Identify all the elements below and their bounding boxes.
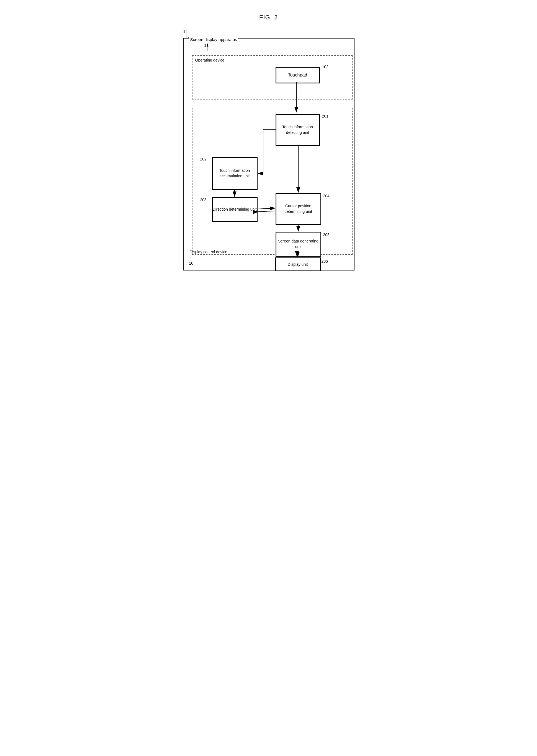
outer-box: Screen display apparatus 11 Operating de…: [183, 38, 354, 271]
ref-102: 102: [322, 65, 328, 69]
operating-device-box: Operating device Touchpad 102: [192, 55, 352, 100]
unit-203-box: Direction determining unit: [212, 197, 258, 222]
unit-205-label: Screen data generating unit: [276, 239, 320, 249]
ref-11: 11: [204, 43, 209, 47]
unit-201-box: Touch information detecting unit: [275, 114, 320, 146]
touchpad-box: Touchpad: [275, 67, 320, 83]
ref-204: 204: [323, 194, 330, 198]
unit-201-label: Touch information detecting unit: [276, 124, 319, 135]
unit-206-label: Display unit: [288, 262, 308, 267]
unit-204-label: Cursor position determining unit: [276, 203, 320, 214]
operating-device-label: Operating device: [195, 58, 225, 62]
screen-display-apparatus-label: Screen display apparatus: [189, 37, 238, 42]
display-control-label: Display control device: [190, 250, 227, 254]
touchpad-label: Touchpad: [288, 72, 307, 78]
ref-206: 206: [321, 259, 328, 264]
unit-203-label: Direction determining unit: [213, 207, 257, 212]
svg-line-17: [258, 208, 275, 209]
unit-202-label: Touch information accumulation unit: [213, 168, 257, 179]
figure-title: FIG. 2: [177, 14, 360, 21]
ref-1: 1: [183, 29, 186, 34]
ref-203: 203: [200, 198, 207, 202]
diagram-area: 1 Screen display apparatus 11 Operating …: [180, 29, 357, 279]
unit-204-box: Cursor position determining unit: [275, 193, 321, 225]
unit-206-box: Display unit: [275, 257, 321, 271]
ref-202: 202: [200, 157, 207, 161]
unit-202-box: Touch information accumulation unit: [212, 157, 258, 190]
display-control-box: Touch information detecting unit 201 Tou…: [192, 108, 352, 255]
page-container: FIG. 2: [172, 6, 366, 290]
svg-line-18: [258, 211, 275, 212]
ref-201: 201: [322, 114, 328, 118]
unit-205-box: Screen data generating unit: [275, 232, 321, 257]
ref-10: 10: [189, 261, 193, 265]
ref-205: 205: [323, 233, 330, 237]
